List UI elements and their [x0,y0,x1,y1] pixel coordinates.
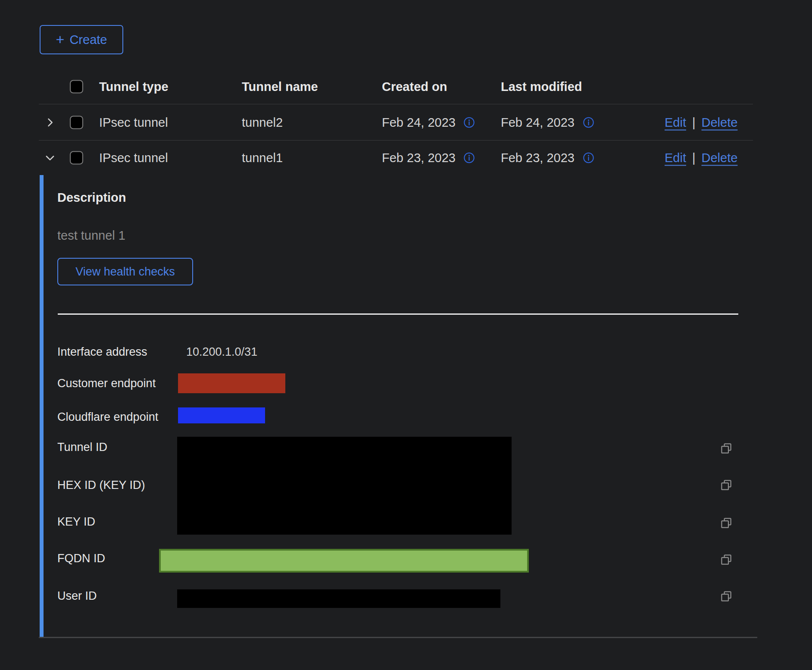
chevron-down-icon [44,152,56,164]
view-health-checks-button[interactable]: View health checks [57,258,193,285]
last-modified-cell: Feb 24, 2023 [501,115,575,129]
field-label-hex-id: HEX ID (KEY ID) [57,479,145,492]
redacted-ids-block [177,437,512,535]
copy-icon [720,590,733,603]
action-separator: | [692,115,696,129]
last-modified-info-button[interactable] [583,152,594,164]
copy-icon [720,442,733,455]
column-header-created-on: Created on [382,79,447,94]
edit-link[interactable]: Edit [665,115,686,129]
last-modified-cell: Feb 23, 2023 [501,151,575,165]
create-button-label: Create [69,33,107,47]
created-on-info-button[interactable] [463,116,475,128]
create-button[interactable]: + Create [40,25,123,54]
tunnel-name-cell: tunnel1 [242,151,283,165]
select-all-checkbox[interactable] [70,80,83,93]
table-header-row: Tunnel type Tunnel name Created on Last … [39,69,753,104]
table-row: IPsec tunnel tunnel2 Feb 24, 2023 Feb 24… [39,104,753,140]
expanded-indicator-bar [40,175,44,637]
info-icon [463,116,475,128]
field-label-cloudflare-endpoint: Cloudflare endpoint [57,410,158,424]
chevron-right-icon [44,116,56,128]
expanded-panel: Description test tunnel 1 View health ch… [40,175,757,637]
column-header-tunnel-name: Tunnel name [242,79,318,94]
delete-link[interactable]: Delete [702,151,738,165]
field-label-interface-address: Interface address [57,345,147,359]
created-on-cell: Feb 23, 2023 [382,151,456,165]
redacted-customer-endpoint [178,373,285,393]
row-checkbox[interactable] [70,116,83,129]
copy-fqdn-id-button[interactable] [719,552,734,567]
field-label-customer-endpoint: Customer endpoint [57,377,156,390]
copy-icon [720,479,733,492]
table-row: IPsec tunnel tunnel1 Feb 23, 2023 Feb 23… [39,140,753,175]
collapse-row-button[interactable] [42,150,58,166]
expand-row-button[interactable] [42,115,58,130]
column-header-last-modified: Last modified [501,79,582,94]
tunnel-name-cell: tunnel2 [242,115,283,129]
copy-hex-id-button[interactable] [719,478,734,492]
description-label: Description [57,191,126,205]
section-divider [58,313,738,315]
field-label-user-id: User ID [57,589,97,603]
plus-icon: + [56,32,65,47]
created-on-info-button[interactable] [463,152,475,164]
copy-user-id-button[interactable] [719,589,734,604]
copy-key-id-button[interactable] [719,516,734,530]
bottom-divider [39,637,757,638]
redacted-fqdn-id [159,549,529,573]
tunnel-type-cell: IPsec tunnel [99,115,168,129]
tunnel-type-cell: IPsec tunnel [99,151,168,165]
info-icon [583,152,594,164]
field-label-fqdn-id: FQDN ID [57,552,105,565]
column-header-tunnel-type: Tunnel type [99,79,169,94]
action-separator: | [692,151,696,165]
info-icon [583,116,594,128]
row-checkbox[interactable] [70,151,83,165]
field-label-tunnel-id: Tunnel ID [57,441,107,454]
redacted-user-id [177,589,500,608]
last-modified-info-button[interactable] [583,116,594,128]
created-on-cell: Feb 24, 2023 [382,115,456,129]
copy-icon [720,517,733,529]
copy-tunnel-id-button[interactable] [719,441,734,456]
tunnels-table: Tunnel type Tunnel name Created on Last … [39,69,753,175]
redacted-cloudflare-endpoint [178,407,265,423]
edit-link[interactable]: Edit [665,151,686,165]
field-label-key-id: KEY ID [57,515,95,529]
copy-icon [720,553,733,566]
delete-link[interactable]: Delete [702,115,738,129]
field-value-interface-address: 10.200.1.0/31 [186,345,257,359]
description-value: test tunnel 1 [57,229,125,243]
info-icon [463,152,475,164]
